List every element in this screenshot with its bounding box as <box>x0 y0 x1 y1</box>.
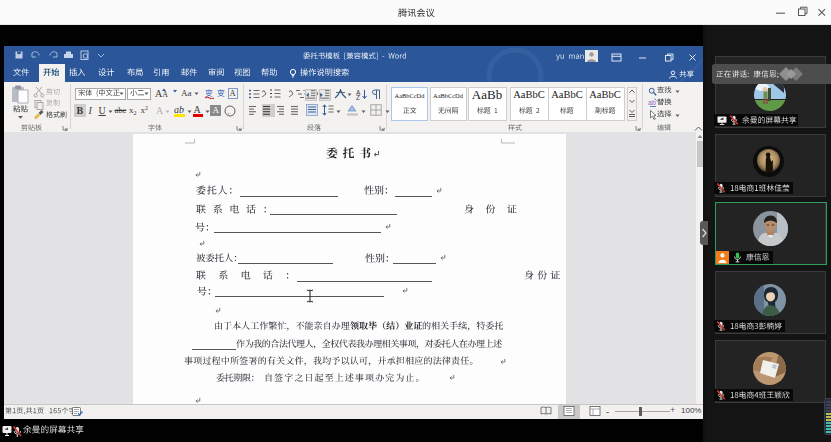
svg-text:,: , <box>228 107 230 115</box>
svg-text:ab: ab <box>648 99 656 106</box>
svg-text:Z: Z <box>356 94 360 100</box>
